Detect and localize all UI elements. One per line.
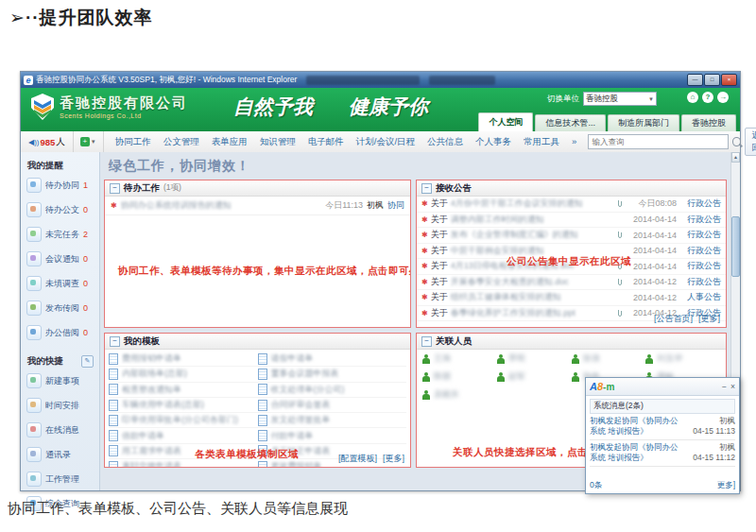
sidebar-item-messages[interactable]: 在线消息 [26,422,99,438]
template-item[interactable]: 检查整改通知单 [109,383,258,398]
message-link[interactable]: 初枫发起协同《协同办公系统 培训报告》 [590,442,680,463]
online-users[interactable]: ◀)) 985 人 [21,131,74,152]
back-button[interactable]: 返回 [745,128,756,156]
todo-row[interactable]: ✱ 协同办公系统培训报告的通知 今日11:13 初枫 协同 [105,197,410,215]
collapse-icon[interactable]: − [110,183,120,194]
collapse-icon[interactable]: − [110,336,120,347]
maximize-button[interactable]: □ [704,74,720,86]
popup-message[interactable]: 初枫发起协同《协同办公系统 培训报告》 初枫 04-15 11:12 [590,442,735,467]
bulletin-row[interactable]: ✱关于发布《企业管理制度汇编》的通知 2014-04-14行政公告 [417,228,726,244]
survey-icon [26,276,42,291]
menu-personal[interactable]: 个人事务 [475,136,511,148]
bulletin-category-link[interactable]: 行政公告 [679,229,721,241]
todo-title[interactable]: 协同办公系统培训报告的通知 [121,199,232,212]
quick-add-button[interactable]: + ▼ [74,131,104,152]
person-item[interactable]: 张强 [572,352,646,365]
sidebar-item-meeting-notice[interactable]: 会议通知 0 [26,251,99,266]
sidebar-item-todo-doc[interactable]: 待办公文 0 [26,202,99,217]
todo-type-link[interactable]: 协同 [387,199,404,212]
bulletin-category-link[interactable]: 行政公告 [679,214,721,226]
bulletin-more-link[interactable]: [更多] [698,313,720,325]
person-icon [572,354,579,364]
bulletin-row[interactable]: ✱关于4月份中层干部工作会议安排的通知 今日08:08行政公告 [417,197,726,213]
template-item[interactable]: 费用报销申请单 [109,352,258,367]
menu-public-info[interactable]: 公共信息 [427,136,463,148]
collapse-icon[interactable]: − [421,183,432,194]
sidebar-item-unfinished-task[interactable]: 未完任务 2 [26,227,99,242]
bulletin-category-link[interactable]: 行政公告 [679,276,721,288]
bulletin-category-link[interactable]: 行政公告 [679,197,721,210]
template-item[interactable]: 收文处理单(分公司) [258,383,407,398]
template-item[interactable]: 合同评审会签表 [258,398,407,413]
menu-collaboration[interactable]: 协同工作 [115,136,151,148]
menu-tools[interactable]: 常用工具 [524,136,559,148]
template-item[interactable]: 借款申请单 [109,428,258,443]
gear-icon[interactable]: ✎ [81,355,94,368]
a8m-logo: A [590,381,597,392]
popup-footer-left-link[interactable]: 0条 [590,480,602,491]
person-item[interactable]: 王海 [422,352,497,365]
logout-icon[interactable]: → [717,92,729,103]
home-icon[interactable]: ⌂ [687,92,698,103]
window-titlebar[interactable]: e 香驰控股协同办公系统 V3.50SP1, 初枫,您好! - Windows … [21,72,740,88]
person-item[interactable]: 刘玉华 [645,352,720,365]
panel-title: 待办工作 [124,182,160,195]
sidebar-item-todo-collab[interactable]: 待办协同 1 [26,178,99,193]
template-config-link[interactable]: [配置模板] [338,453,377,465]
template-item[interactable]: 请假申请单 [258,352,407,367]
bulletin-row[interactable]: ✱关于调整内部工作时间的通知 2014-04-14行政公告 [417,213,726,229]
minimize-button[interactable]: — [687,74,703,86]
menu-knowledge[interactable]: 知识管理 [260,136,296,148]
bulletin-category-link[interactable]: 行政公告 [679,260,721,272]
template-item[interactable]: 付款申请单 [258,428,407,443]
sidebar-item-new-item[interactable]: 新建事项 [26,373,99,388]
sidebar-item-contacts[interactable]: 通讯录 [26,447,99,462]
bulletin-date: 今日08:08 [625,197,677,210]
template-more-link[interactable]: [更多] [383,453,404,465]
menu-more[interactable]: » [572,136,576,148]
menu-document[interactable]: 公文管理 [163,136,199,148]
bulletin-home-link[interactable]: [公告首页] [654,313,693,325]
person-item[interactable]: 吴晓东 [422,388,497,401]
bulletin-date: 2014-04-12 [625,293,677,302]
sidebar-item-survey[interactable]: 未填调查 0 [26,276,99,291]
help-icon[interactable]: ? [702,92,713,103]
template-item[interactable]: 内部联络单(总部) [109,367,258,382]
template-item[interactable]: 车辆使用申请表(总部) [109,398,258,413]
bulletin-row[interactable]: ✱关于组织员工健康体检安排的通知 2014-04-12人事公告 [417,290,726,306]
sidebar-item-schedule[interactable]: 时间安排 [26,398,99,413]
scrollbar-thumb[interactable] [731,216,740,277]
company-name-en: Scents Holdings Co.,Ltd [60,112,188,119]
message-link[interactable]: 初枫发起协同《协同办公系统 培训报告》 [590,416,680,437]
person-item[interactable]: 陈丽 [422,370,497,383]
popup-minimize-icon[interactable]: − [722,382,727,391]
menu-forms[interactable]: 表单应用 [212,136,248,148]
sidebar-item-office-borrow[interactable]: 办公借阅 0 [26,325,99,340]
bulletin-category-link[interactable]: 人事公告 [679,291,721,303]
bulletin-title: 4月份中层干部工作会议安排的通知 [451,197,612,210]
template-item[interactable]: 印章使用审批单(分公司各部门) [109,413,258,428]
sidebar-item-work-mgmt[interactable]: 工作管理 [26,472,99,487]
bulletin-row[interactable]: ✱关于开展春季安全大检查的通知.doc 2014-04-12行政公告 [417,275,726,291]
window-title: 香驰控股协同办公系统 V3.50SP1, 初枫,您好! - Windows In… [36,75,297,86]
popup-header[interactable]: A 8 -m − × [586,378,739,396]
unit-select[interactable]: 香驰控股 ▼ [583,92,657,106]
popup-more-link[interactable]: 更多] [717,480,735,491]
person-item[interactable]: 李明 [497,352,572,365]
search-icon[interactable] [732,137,742,146]
popup-message[interactable]: 初枫发起协同《协同办公系统 培训报告》 初枫 04-15 11:13 [590,416,735,440]
collapse-icon[interactable]: − [421,336,432,347]
menu-email[interactable]: 电子邮件 [308,136,344,148]
menu-schedule[interactable]: 计划/会议/日程 [356,136,415,148]
template-item[interactable]: 发文处理签批单 [258,413,407,428]
sidebar-item-label: 会议通知 [45,253,79,266]
popup-close-icon[interactable]: × [730,382,735,391]
close-button[interactable]: × [721,74,737,86]
tab-personal-space[interactable]: 个人空间 [478,112,533,131]
search-input[interactable] [588,134,728,149]
person-item[interactable]: 赵军 [497,370,572,383]
bulletin-category-link[interactable]: 行政公告 [679,245,721,257]
scroll-up-icon[interactable]: ▲ [731,152,740,163]
template-item[interactable]: 董事会议题申报表 [258,367,407,382]
sidebar-item-circulation[interactable]: 发布传阅 0 [26,300,99,316]
